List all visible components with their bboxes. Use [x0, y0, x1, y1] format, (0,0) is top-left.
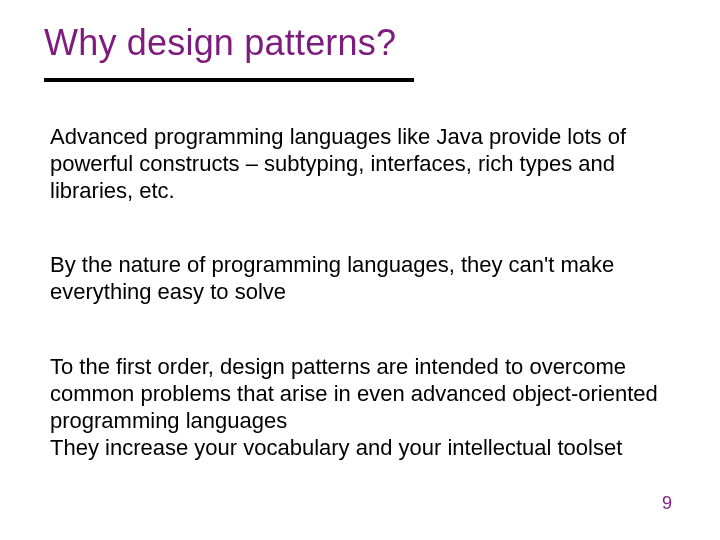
slide-title: Why design patterns?: [44, 22, 396, 64]
title-underline: [44, 78, 414, 82]
body-paragraph: Advanced programming languages like Java…: [50, 124, 662, 204]
body-paragraph: They increase your vocabulary and your i…: [50, 435, 662, 462]
slide: Why design patterns? Advanced programmin…: [0, 0, 720, 540]
body-paragraph: By the nature of programming languages, …: [50, 252, 662, 306]
page-number: 9: [662, 493, 672, 514]
body-paragraph: To the first order, design patterns are …: [50, 354, 662, 434]
slide-body: Advanced programming languages like Java…: [50, 124, 662, 461]
